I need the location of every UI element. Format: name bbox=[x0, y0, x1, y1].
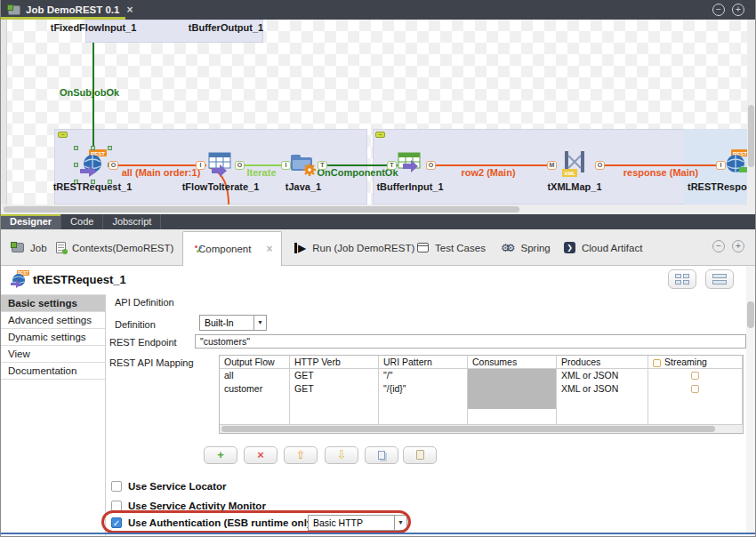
component-label-trestrequest[interactable]: tRESTRequest_1 bbox=[53, 181, 133, 192]
table-cell[interactable]: GET bbox=[290, 369, 378, 382]
sidebar-item-documentation[interactable]: Documentation bbox=[1, 363, 105, 380]
panel-vertical-scrollbar[interactable] bbox=[746, 266, 755, 533]
tab-test-cases[interactable]: Test Cases bbox=[417, 229, 486, 266]
trestrequest-icon[interactable]: REST bbox=[79, 149, 108, 183]
tab-job[interactable]: Job bbox=[12, 229, 47, 266]
component-label-tflowtoiterate[interactable]: tFlowToIterate_1 bbox=[182, 181, 260, 192]
connection-label-response-main[interactable]: response (Main) bbox=[623, 167, 698, 178]
tjava-icon[interactable] bbox=[289, 151, 319, 183]
txmlmap-icon[interactable]: XML bbox=[560, 149, 589, 185]
job-icon bbox=[12, 243, 24, 252]
paste-button[interactable] bbox=[403, 446, 437, 464]
output-port[interactable]: O bbox=[109, 161, 118, 170]
connection-label-onsubjobok[interactable]: OnSubjobOk bbox=[60, 87, 119, 98]
move-up-button[interactable]: ⇧ bbox=[284, 446, 318, 464]
scrollbar-thumb[interactable] bbox=[221, 426, 715, 432]
table-cell[interactable]: customer bbox=[220, 382, 289, 396]
table-cell[interactable]: XML or JSON bbox=[557, 382, 647, 396]
output-port[interactable]: O bbox=[426, 161, 436, 170]
table-horizontal-scrollbar[interactable] bbox=[220, 424, 743, 433]
sidebar-item-view[interactable]: View bbox=[1, 346, 105, 363]
scrollbar-thumb[interactable] bbox=[747, 301, 754, 328]
column-header[interactable]: Produces bbox=[557, 356, 647, 369]
component-label-trestresponse[interactable]: tRESTRespor bbox=[688, 181, 751, 192]
connection-label-iterate[interactable]: Iterate bbox=[246, 167, 276, 178]
streaming-checkbox[interactable] bbox=[691, 372, 699, 380]
selection-handle[interactable] bbox=[74, 163, 78, 167]
table-cell[interactable]: "/{id}" bbox=[379, 382, 467, 396]
move-down-button[interactable]: ⇩ bbox=[325, 446, 358, 464]
map-port[interactable]: M bbox=[547, 161, 557, 170]
maximize-panel-icon[interactable]: + bbox=[732, 240, 744, 252]
tab-code[interactable]: Code bbox=[61, 214, 103, 229]
table-cell-streaming bbox=[648, 382, 742, 396]
maximize-view-icon[interactable]: + bbox=[732, 4, 744, 16]
minimize-panel-icon[interactable]: − bbox=[712, 240, 725, 252]
scrollbar-thumb[interactable] bbox=[748, 105, 754, 167]
editor-tab-title: Job DemoREST 0.1 bbox=[26, 4, 119, 15]
input-port[interactable]: I bbox=[281, 161, 291, 170]
component-title: tRESTRequest_1 bbox=[33, 273, 126, 286]
column-header[interactable]: HTTP Verb bbox=[290, 356, 378, 369]
stacked-layout-button[interactable] bbox=[705, 269, 734, 289]
column-header[interactable]: Consumes bbox=[468, 356, 556, 369]
selection-handle[interactable] bbox=[108, 146, 112, 150]
column-header[interactable]: URI Pattern bbox=[379, 356, 467, 369]
tab-contexts[interactable]: Contexts(DemoREST) bbox=[56, 229, 173, 266]
table-cell[interactable]: GET bbox=[290, 382, 378, 396]
close-icon[interactable]: × bbox=[266, 243, 272, 255]
tab-jobscript[interactable]: Jobscript bbox=[103, 214, 161, 229]
input-port[interactable]: I bbox=[716, 161, 726, 170]
column-header[interactable]: Output Flow bbox=[220, 356, 289, 369]
streaming-header-checkbox[interactable] bbox=[653, 359, 661, 367]
column-header-streaming[interactable]: Streaming bbox=[648, 356, 742, 369]
column-streaming: Streaming bbox=[648, 356, 743, 433]
tbufferinput-icon[interactable] bbox=[396, 151, 424, 183]
definition-dropdown[interactable]: Built-In ▼ bbox=[199, 315, 267, 331]
design-canvas[interactable]: − − tFixedFlowInput_1 tBufferOutput_1 On… bbox=[1, 20, 755, 214]
use-service-locator-checkbox[interactable] bbox=[111, 481, 122, 492]
connection-label-all-main[interactable]: all (Main order:1) bbox=[122, 167, 201, 178]
delete-row-button[interactable]: × bbox=[244, 446, 277, 464]
component-label-tbufferinput[interactable]: tBufferInput_1 bbox=[376, 181, 443, 192]
sidebar-item-basic-settings[interactable]: Basic settings bbox=[1, 295, 105, 312]
selection-handle[interactable] bbox=[91, 146, 95, 150]
close-icon[interactable]: × bbox=[126, 4, 133, 16]
input-port[interactable]: I bbox=[196, 161, 205, 170]
tab-run[interactable]: ▶ Run (Job DemoREST) bbox=[294, 229, 414, 266]
tab-cloud-artifact[interactable]: ❯ Cloud Artifact bbox=[564, 229, 642, 266]
connection-label-row2-main[interactable]: row2 (Main) bbox=[461, 167, 515, 178]
add-row-button[interactable]: + bbox=[204, 446, 237, 464]
streaming-checkbox[interactable] bbox=[691, 385, 699, 393]
tab-designer[interactable]: Designer bbox=[1, 214, 61, 229]
sidebar-item-dynamic-settings[interactable]: Dynamic settings bbox=[1, 329, 105, 346]
output-port[interactable]: O bbox=[235, 161, 245, 170]
rest-api-mapping-table[interactable]: Output Flow all customer HTTP Verb GET G… bbox=[219, 355, 744, 434]
copy-button[interactable] bbox=[365, 446, 398, 464]
canvas-vertical-scrollbar[interactable] bbox=[747, 20, 755, 204]
table-cell[interactable]: "/" bbox=[379, 369, 467, 382]
selection-handle[interactable] bbox=[74, 146, 78, 150]
grid-layout-button[interactable] bbox=[668, 269, 696, 289]
stacked-layout-icon bbox=[712, 274, 727, 278]
scrollbar-thumb[interactable] bbox=[4, 206, 519, 212]
grid-layout-icon bbox=[683, 280, 689, 285]
component-label-txmlmap[interactable]: tXMLMap_1 bbox=[547, 181, 601, 192]
canvas-horizontal-scrollbar[interactable] bbox=[1, 204, 755, 214]
rest-endpoint-input[interactable]: "customers" bbox=[195, 334, 746, 349]
editor-tab-bar: Job DemoREST 0.1 × − + bbox=[1, 0, 755, 20]
consumes-disabled-cells bbox=[468, 369, 556, 409]
minimize-view-icon[interactable]: − bbox=[712, 4, 725, 16]
sidebar-item-advanced-settings[interactable]: Advanced settings bbox=[1, 312, 105, 329]
trigger-port[interactable]: T bbox=[387, 161, 397, 170]
tflowtoiterate-icon[interactable] bbox=[206, 151, 235, 183]
table-cell[interactable]: XML or JSON bbox=[557, 369, 647, 382]
trigger-port[interactable]: T bbox=[318, 161, 327, 170]
table-cell[interactable]: all bbox=[220, 369, 289, 382]
output-port[interactable]: O bbox=[595, 161, 605, 170]
use-service-locator-label: Use Service Locator bbox=[128, 481, 227, 492]
tab-spring[interactable]: ⚙⚙ Spring bbox=[501, 229, 551, 266]
component-label-tjava[interactable]: tJava_1 bbox=[286, 181, 321, 192]
connection-label-oncomponentok[interactable]: OnComponentOk bbox=[317, 167, 398, 178]
tab-component[interactable]: Component × bbox=[182, 231, 282, 266]
